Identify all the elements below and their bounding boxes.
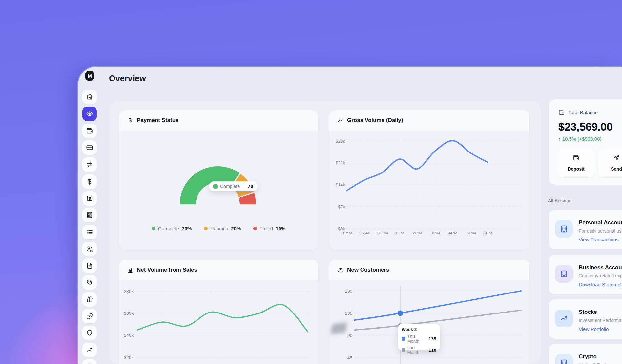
file-text-icon [86, 262, 93, 269]
sidebar-item-rewards[interactable] [82, 292, 97, 307]
series-swatch [402, 337, 405, 341]
svg-text:180: 180 [345, 289, 352, 293]
sidebar-item-transfers[interactable] [82, 157, 97, 172]
home-icon [86, 93, 93, 100]
svg-text:$60k: $60k [124, 311, 134, 316]
sidebar-item-documents[interactable] [82, 258, 97, 273]
list-icon [86, 229, 93, 236]
svg-text:45: 45 [347, 355, 352, 360]
coins-icon [86, 279, 93, 286]
sidebar-item-home[interactable] [82, 90, 97, 104]
icon-tile [555, 265, 573, 283]
charts-wrapper: Payment Status Complete 70 Complete 70% … [109, 101, 541, 364]
legend-item: Failed 10% [253, 226, 285, 231]
trending-up-icon [337, 117, 343, 124]
card-title: Net Volume from Sales [137, 267, 197, 273]
activity-item-personal[interactable]: Personal Account For daily personal use … [549, 210, 622, 249]
net-volume-card: Net Volume from Sales $20k$40k$60k$80k [119, 260, 318, 364]
calculator-icon [86, 212, 93, 219]
icon-tile [555, 310, 573, 327]
app-logo: M [85, 71, 94, 81]
legend-dot [253, 227, 257, 230]
svg-text:$14k: $14k [336, 182, 345, 187]
activity-item-business[interactable]: Business Account Company-related expense… [549, 255, 622, 294]
customers-tooltip: Week 2 This Month 135 Last Month 110 [398, 324, 440, 350]
icon-tile [555, 354, 573, 364]
download-statements-link[interactable]: Download Statements [579, 282, 622, 287]
credit-card-icon [86, 144, 93, 151]
page-title: Overview [109, 74, 146, 83]
new-customers-card: New Customers 4590135180 Week 2 This Mon… [329, 260, 529, 364]
gauge-tooltip: Complete 70 [209, 181, 258, 191]
sidebar-item-list[interactable] [82, 225, 97, 239]
sidebar-item-coins[interactable] [82, 275, 97, 290]
wallet-icon [558, 109, 565, 116]
svg-text:90: 90 [347, 333, 352, 338]
svg-text:11AM: 11AM [359, 231, 370, 235]
card-title: Payment Status [137, 117, 179, 124]
dashboard-panel: M Overview [78, 67, 622, 364]
sidebar-item-overview[interactable] [82, 107, 97, 121]
sidebar-item-wallet[interactable] [82, 124, 97, 138]
svg-text:6PM: 6PM [483, 231, 492, 235]
link-icon [86, 313, 93, 320]
bar-chart-icon [127, 267, 133, 273]
send-icon [613, 154, 620, 161]
deposit-button[interactable]: Deposit [558, 149, 594, 177]
gross-volume-header: Gross Volume (Daily) [329, 110, 529, 131]
wallet-icon [86, 127, 93, 134]
building-icon [560, 270, 568, 278]
gross-volume-card: Gross Volume (Daily) $0k$7k$14k$21k$28k1… [329, 110, 529, 250]
sidebar-item-payments[interactable] [82, 174, 97, 189]
transfer-arrows-icon [86, 161, 93, 168]
tooltip-row: This Month 135 [402, 334, 436, 344]
sidebar-item-security[interactable] [82, 326, 97, 340]
sidebar-item-customers[interactable] [82, 242, 97, 256]
sidebar-item-cards[interactable] [82, 140, 97, 155]
svg-text:$7k: $7k [338, 204, 345, 209]
card-title: New Customers [347, 267, 389, 273]
gauge-legend: Complete 70% Pending 20% Failed 10% [119, 226, 318, 231]
icon-tile [555, 220, 573, 238]
sidebar-item-links[interactable] [82, 309, 97, 323]
legend-swatch [213, 184, 218, 189]
trending-up-icon [560, 314, 568, 323]
dollar-icon [127, 117, 133, 124]
eye-icon [86, 110, 93, 117]
sidebar-item-invoices[interactable] [82, 191, 97, 206]
svg-text:$40k: $40k [124, 333, 134, 338]
tooltip-row: Last Month 110 [402, 345, 436, 355]
sidebar-item-more[interactable] [82, 359, 97, 364]
receipt-icon [86, 195, 93, 202]
net-volume-header: Net Volume from Sales [119, 260, 318, 280]
activity-item-crypto[interactable]: Crypto Wallet & Exchange [549, 344, 622, 364]
balance-label: Total Balance [568, 110, 598, 115]
legend-item: Pending 20% [204, 226, 241, 231]
view-portfolio-link[interactable]: View Portfolio [579, 326, 609, 332]
activity-item-stocks[interactable]: Stocks Investment Performance View Portf… [549, 299, 622, 339]
all-activity-heading: All Activity [548, 198, 570, 203]
payment-status-card: Payment Status Complete 70 Complete 70% … [119, 110, 318, 250]
svg-text:5PM: 5PM [467, 231, 476, 235]
shield-icon [86, 329, 93, 336]
view-transactions-link[interactable]: View Transactions [579, 237, 618, 242]
balance-delta: ↑ 10.5% (+$908.00) [558, 136, 601, 142]
send-button[interactable]: Send [598, 149, 622, 177]
svg-text:$80k: $80k [124, 289, 134, 294]
svg-text:$21k: $21k [336, 160, 345, 165]
svg-text:$20k: $20k [124, 355, 134, 360]
trending-up-icon [86, 346, 93, 354]
series-swatch [402, 348, 405, 352]
building-icon [560, 225, 568, 233]
svg-text:$28k: $28k [336, 139, 345, 144]
sidebar-item-calculator[interactable] [82, 208, 97, 222]
sidebar-item-analytics[interactable] [82, 343, 97, 357]
building-icon [560, 359, 568, 364]
svg-text:4PM: 4PM [448, 231, 458, 235]
svg-text:3PM: 3PM [431, 231, 440, 235]
gross-volume-line-chart: $0k$7k$14k$21k$28k10AM11AM12PM1PM2PM3PM4… [329, 110, 529, 250]
legend-item: Complete 70% [152, 226, 192, 231]
legend-dot [152, 227, 156, 230]
svg-text:2PM: 2PM [413, 231, 422, 235]
new-customers-header: New Customers [329, 260, 529, 280]
